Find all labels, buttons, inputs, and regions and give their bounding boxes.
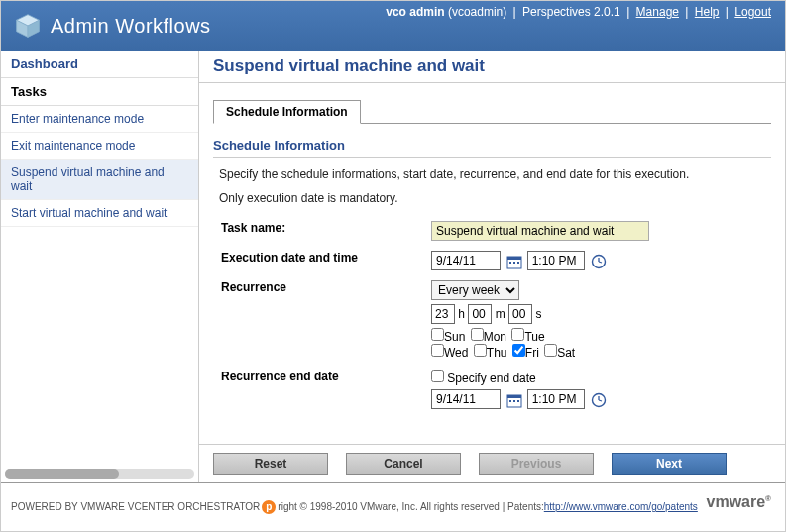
day-wed-checkbox[interactable] — [431, 344, 444, 357]
button-bar: Reset Cancel Previous Next — [199, 444, 785, 482]
label-s: s — [535, 307, 541, 321]
footer-powered: POWERED BY VMWARE VCENTER ORCHESTRATOR — [11, 501, 260, 512]
calendar-icon[interactable] — [505, 391, 523, 409]
help-text-1: Specify the schedule informations, start… — [219, 167, 771, 181]
content-inner: Schedule Information Schedule Informatio… — [199, 83, 785, 444]
help-text-2: Only execution date is mandatory. — [219, 191, 771, 205]
header-user-bar: vco admin (vcoadmin) | Perspectives 2.0.… — [386, 5, 771, 19]
label-exec-datetime: Execution date and time — [215, 247, 423, 274]
clock-icon[interactable] — [590, 253, 608, 270]
day-sat-checkbox[interactable] — [544, 344, 557, 357]
day-sun-checkbox[interactable] — [431, 328, 444, 341]
patents-link[interactable]: http://www.vmware.com/go/patents — [544, 501, 698, 512]
specify-end-label: Specify end date — [447, 372, 535, 385]
content-pane: Suspend virtual machine and wait Schedul… — [199, 51, 785, 482]
form-table: Task name: Execution date and time — [213, 215, 771, 415]
sidebar-tasks-heading[interactable]: Tasks — [1, 78, 198, 106]
sidebar-task-list: Enter maintenance mode Exit maintenance … — [1, 106, 198, 227]
sidebar-item-exit-maintenance[interactable]: Exit maintenance mode — [1, 133, 198, 160]
seconds-input[interactable] — [508, 304, 532, 324]
page-title: Suspend virtual machine and wait — [199, 51, 785, 83]
exec-time-input[interactable] — [527, 251, 585, 270]
app-header: Admin Workflows vco admin (vcoadmin) | P… — [1, 1, 785, 51]
username-bold: vco admin — [386, 5, 444, 19]
recurrence-select[interactable]: Every week — [431, 280, 519, 300]
sidebar-dashboard[interactable]: Dashboard — [1, 51, 198, 78]
svg-rect-15 — [517, 400, 519, 402]
svg-rect-13 — [509, 400, 511, 402]
day-wed-label: Wed — [444, 346, 468, 360]
sidebar-scrollbar[interactable] — [5, 469, 194, 479]
calendar-icon[interactable] — [505, 253, 523, 270]
svg-rect-7 — [517, 262, 519, 264]
main-area: Dashboard Tasks Enter maintenance mode E… — [1, 51, 785, 482]
end-date-input[interactable] — [431, 389, 501, 409]
day-fri-checkbox[interactable] — [512, 344, 525, 357]
svg-rect-6 — [513, 262, 515, 264]
day-thu-checkbox[interactable] — [474, 344, 487, 357]
svg-rect-4 — [507, 257, 521, 260]
svg-rect-12 — [507, 395, 521, 398]
day-sat-label: Sat — [557, 346, 575, 360]
label-recurrence: Recurrence — [215, 276, 423, 364]
minutes-input[interactable] — [468, 304, 492, 324]
label-m: m — [496, 307, 505, 321]
day-thu-label: Thu — [487, 346, 507, 360]
clock-icon[interactable] — [590, 391, 608, 409]
svg-rect-5 — [509, 262, 511, 264]
svg-rect-14 — [513, 400, 515, 402]
help-link[interactable]: Help — [695, 5, 720, 19]
day-tue-checkbox[interactable] — [511, 328, 524, 341]
tab-row: Schedule Information — [213, 99, 771, 124]
reset-button[interactable]: Reset — [213, 453, 328, 475]
day-mon-checkbox[interactable] — [471, 328, 484, 341]
day-tue-label: Tue — [524, 330, 544, 344]
sidebar: Dashboard Tasks Enter maintenance mode E… — [1, 51, 199, 482]
previous-button[interactable]: Previous — [479, 453, 594, 475]
day-sun-label: Sun — [444, 330, 465, 344]
label-task-name: Task name: — [215, 217, 423, 245]
specify-end-checkbox[interactable] — [431, 370, 444, 382]
sidebar-item-start-vm[interactable]: Start virtual machine and wait — [1, 200, 198, 227]
footer: POWERED BY VMWARE VCENTER ORCHESTRATOR p… — [1, 482, 785, 530]
section-heading: Schedule Information — [213, 138, 771, 158]
task-name-input[interactable] — [431, 221, 649, 241]
app-title: Admin Workflows — [51, 15, 211, 38]
next-button[interactable]: Next — [612, 453, 727, 475]
hours-input[interactable] — [431, 304, 455, 324]
sidebar-scroll-thumb[interactable] — [5, 469, 119, 479]
tab-schedule-information[interactable]: Schedule Information — [213, 100, 361, 124]
copyright-icon: p — [262, 500, 276, 514]
label-recurrence-end: Recurrence end date — [215, 366, 423, 413]
day-fri-label: Fri — [525, 346, 539, 360]
sidebar-item-suspend-vm[interactable]: Suspend virtual machine and wait — [1, 160, 198, 200]
end-time-input[interactable] — [527, 389, 585, 409]
cube-icon — [15, 13, 41, 39]
cancel-button[interactable]: Cancel — [346, 453, 461, 475]
username-paren: (vcoadmin) — [448, 5, 506, 19]
exec-date-input[interactable] — [431, 251, 501, 270]
footer-copyright: right © 1998-2010 VMware, Inc. All right… — [278, 501, 543, 512]
manage-link[interactable]: Manage — [636, 5, 679, 19]
sidebar-item-enter-maintenance[interactable]: Enter maintenance mode — [1, 106, 198, 133]
days-row: Sun Mon Tue Wed Thu Fri Sat — [431, 328, 763, 360]
day-mon-label: Mon — [484, 330, 506, 344]
label-h: h — [458, 307, 465, 321]
perspectives-label: Perspectives 2.0.1 — [522, 5, 620, 19]
vmware-logo: vmware® — [707, 493, 772, 511]
logout-link[interactable]: Logout — [734, 5, 771, 19]
